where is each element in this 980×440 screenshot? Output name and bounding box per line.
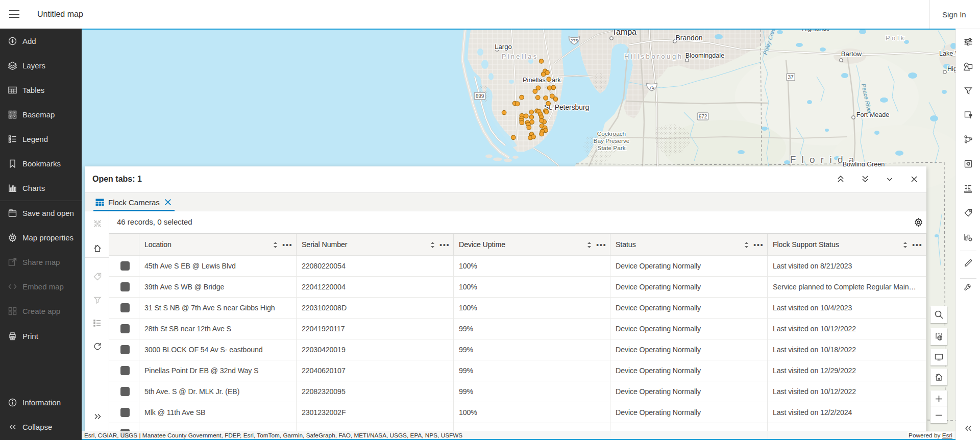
svg-text:Largo: Largo [495,43,512,51]
svg-text:St. Petersburg: St. Petersburg [544,104,589,111]
svg-text:75: 75 [649,85,654,90]
svg-text:Bloomingdale: Bloomingdale [685,52,724,59]
svg-text:H i l l s b o r o u g h: H i l l s b o r o u g h [624,53,681,60]
svg-text:37: 37 [788,75,794,80]
svg-text:Pinellas Park: Pinellas Park [523,76,561,84]
svg-text:Bay Preserve: Bay Preserve [594,137,630,144]
svg-text:P i n e l l a s: P i n e l l a s [502,53,536,60]
svg-text:Highlands: Highlands [802,30,829,32]
svg-text:State Park: State Park [597,144,625,152]
svg-text:699: 699 [476,93,484,99]
svg-text:High: High [947,65,955,72]
svg-text:Bartow: Bartow [841,50,862,58]
svg-text:Tampa: Tampa [612,30,636,36]
svg-text:275: 275 [570,38,578,43]
svg-text:Lake W: Lake W [939,50,955,57]
svg-text:Brandon: Brandon [676,34,703,42]
svg-text:P o l k: P o l k [886,34,904,42]
svg-text:672: 672 [699,114,707,119]
svg-text:Cockroach: Cockroach [597,130,626,137]
